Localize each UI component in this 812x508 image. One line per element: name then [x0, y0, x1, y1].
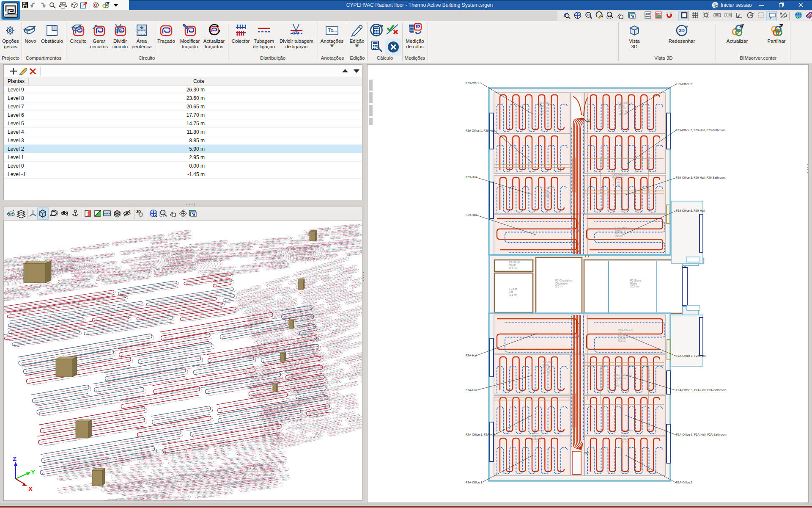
svg-text:Office: Office: [615, 229, 622, 232]
svg-text:1.00: 1.00: [726, 14, 731, 17]
svg-text:217 W: 217 W: [615, 379, 623, 382]
svg-text:F2A-Office 1, F2A-Hall: F2A-Office 1, F2A-Hall: [466, 433, 496, 436]
svg-text:12.6 m²: 12.6 m²: [532, 440, 540, 443]
svg-text:F2-Lift: F2-Lift: [509, 287, 517, 290]
svg-text:1213 W: 1213 W: [543, 195, 552, 197]
svg-text:F29-Office 2, F29-Hall, F29-Ba: F29-Office 2, F29-Hall, F29-Bathroom: [676, 129, 726, 132]
svg-text:F29-Bathroom: F29-Bathroom: [612, 173, 628, 175]
svg-text:19.7 m²: 19.7 m²: [543, 197, 552, 200]
svg-text:1000 W: 1000 W: [538, 107, 547, 110]
svg-text:F2A: F2A: [584, 452, 589, 454]
svg-text:×2: ×2: [586, 13, 590, 17]
svg-text:971 W: 971 W: [543, 192, 551, 194]
svg-text:217 W: 217 W: [612, 178, 620, 181]
svg-text:F29-Office 3, F29-Hall: F29-Office 3, F29-Hall: [676, 209, 705, 212]
svg-text:Office: Office: [532, 432, 539, 435]
svg-text:960 W: 960 W: [618, 107, 626, 110]
svg-text:10.7 m²: 10.7 m²: [630, 285, 640, 288]
svg-text:F29-Office 2: F29-Office 2: [676, 83, 692, 86]
svg-text:12.6 m²: 12.6 m²: [538, 113, 546, 115]
svg-text:Z: Z: [13, 455, 16, 462]
svg-text:F2A-Office 2: F2A-Office 2: [621, 429, 635, 432]
svg-text:1201 W: 1201 W: [618, 110, 627, 113]
svg-text:F29-Office 1: F29-Office 1: [538, 102, 552, 104]
svg-text:F2A-Office 1: F2A-Office 1: [466, 481, 482, 484]
svg-text:Bathroom: Bathroom: [615, 377, 626, 379]
svg-text:F29-Hall: F29-Hall: [466, 176, 477, 179]
svg-text:1201 W: 1201 W: [621, 438, 630, 440]
svg-text:Hall: Hall: [543, 189, 548, 192]
svg-text:Stairs: Stairs: [630, 282, 637, 285]
svg-text:F29-Office 2: F29-Office 2: [618, 102, 633, 104]
svg-text:F2-Stairs: F2-Stairs: [630, 279, 642, 282]
svg-text:839 W: 839 W: [615, 235, 623, 237]
svg-text:F29-Hall: F29-Hall: [543, 186, 553, 189]
svg-text:F2A-Office 3: F2A-Office 3: [618, 329, 633, 331]
svg-text:271 W: 271 W: [612, 181, 620, 184]
svg-text:Shaft: Shaft: [509, 264, 516, 267]
svg-text:Y: Y: [31, 468, 35, 475]
svg-text:271 W: 271 W: [615, 382, 623, 385]
svg-text:F2A-Hall: F2A-Hall: [543, 361, 552, 363]
svg-text:5.5 m²: 5.5 m²: [555, 285, 563, 288]
svg-text:X: X: [28, 485, 33, 492]
svg-text:671 W: 671 W: [618, 334, 626, 337]
svg-text:DXF: DXF: [656, 13, 661, 15]
svg-text:F2A-Office 2, F2A-Hall, F2A-Ba: F2A-Office 2, F2A-Hall, F2A-Bathroom: [676, 433, 727, 436]
svg-text:F29-Office 3, F29-Hall, F29-Ba: F29-Office 3, F29-Hall, F29-Bathroom: [676, 176, 726, 179]
svg-text:3D: 3D: [136, 210, 141, 214]
svg-text:Tx...: Tx...: [328, 28, 337, 33]
svg-text:9.7 m²: 9.7 m²: [543, 372, 550, 374]
svg-text:F2A-Office 2: F2A-Office 2: [676, 481, 692, 484]
svg-text:0.9 m²: 0.9 m²: [509, 267, 517, 270]
svg-text:960 W: 960 W: [621, 435, 628, 437]
svg-text:671 W: 671 W: [615, 232, 623, 235]
svg-text:1250 W: 1250 W: [538, 110, 547, 113]
svg-text:Office: Office: [543, 364, 549, 366]
svg-text:F2A-Hall: F2A-Hall: [466, 389, 477, 392]
svg-text:F29-Office 1, F29-Hall: F29-Office 1, F29-Hall: [466, 129, 495, 132]
svg-text:1213 W: 1213 W: [543, 369, 551, 372]
svg-text:F29-Office 3: F29-Office 3: [615, 226, 630, 229]
svg-text:8.4 m²: 8.4 m²: [618, 340, 625, 342]
svg-text:1000 W: 1000 W: [532, 435, 541, 437]
svg-text:1250 W: 1250 W: [532, 438, 541, 440]
svg-text:971 W: 971 W: [543, 366, 550, 369]
svg-text:F2A-Office 3, F2A-Hall: F2A-Office 3, F2A-Hall: [676, 354, 706, 357]
svg-text:3D: 3D: [679, 28, 685, 33]
svg-text:DWG: DWG: [645, 15, 650, 18]
svg-text:Bathroom: Bathroom: [612, 176, 623, 178]
svg-text:F29-Hall: F29-Hall: [466, 213, 477, 216]
svg-text:12.2 m²: 12.2 m²: [618, 113, 627, 115]
svg-text:F29-Office 1: F29-Office 1: [466, 82, 482, 85]
svg-text:F2-Circulation: F2-Circulation: [555, 279, 573, 282]
svg-text:3.1 m²: 3.1 m²: [509, 293, 517, 296]
svg-text:4.5 m²: 4.5 m²: [615, 385, 623, 387]
svg-text:F2A-Hall: F2A-Hall: [466, 354, 477, 357]
svg-text:4.5 m²: 4.5 m²: [612, 184, 620, 186]
svg-text:Office: Office: [538, 105, 545, 107]
svg-text:Circulation: Circulation: [555, 282, 568, 285]
svg-text:Office: Office: [618, 332, 625, 334]
svg-text:Office: Office: [621, 432, 628, 435]
svg-text:Office: Office: [618, 105, 625, 107]
svg-text:F29: F29: [587, 119, 591, 121]
svg-text:F2A-Bathroom: F2A-Bathroom: [615, 374, 632, 376]
svg-text:?: ?: [810, 14, 812, 17]
svg-text:8.4 m²: 8.4 m²: [615, 237, 623, 240]
svg-text:3D: 3D: [8, 213, 14, 217]
svg-text:F2A-Office 3, F2A-Hall, F2A-Ba: F2A-Office 3, F2A-Hall, F2A-Bathroom: [676, 389, 727, 392]
svg-text:839 W: 839 W: [618, 337, 626, 340]
svg-text:F2-Shaft: F2-Shaft: [509, 261, 520, 264]
svg-text:Lift: Lift: [509, 290, 513, 293]
svg-text:12.2 m²: 12.2 m²: [621, 440, 629, 443]
svg-text:F2A-Office 1: F2A-Office 1: [532, 429, 546, 432]
